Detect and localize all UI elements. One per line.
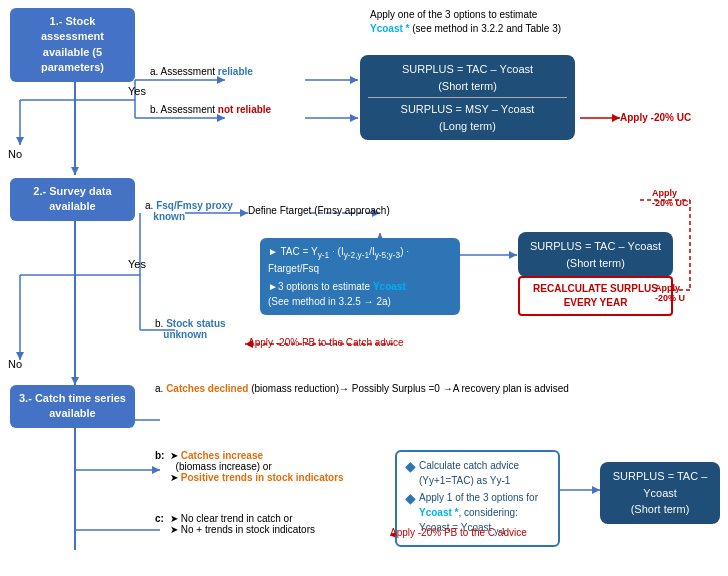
no-label-s2: No <box>8 358 22 370</box>
svg-marker-16 <box>612 114 620 122</box>
surplus-short-text-3: SURPLUS = TAC – Ycoast <box>608 468 712 501</box>
surplus-short-text-2: SURPLUS = TAC – Ycoast <box>526 238 665 255</box>
surplus-long-term: (Long term) <box>368 118 567 135</box>
apply-20u-right: Apply-20% U <box>655 283 685 303</box>
yes-label-s1: Yes <box>128 85 146 97</box>
section-2-label: 2.- Survey data available <box>33 185 111 212</box>
stock-unknown-label: b. Stock status unknown <box>155 318 226 340</box>
svg-marker-45 <box>152 466 160 474</box>
surplus-short-term: (Short term) <box>368 78 567 95</box>
diagram: 1.- Stock assessment available (5 parame… <box>0 0 728 576</box>
calc-item-1: ◆ Calculate catch advice (Yy+1=TAC) as Y… <box>405 458 550 488</box>
section-3-label: 3.- Catch time series available <box>19 392 126 419</box>
b-not-reliable-label: b. Assessment not reliable <box>150 104 271 115</box>
section-3-box: 3.- Catch time series available <box>10 385 135 428</box>
fsq-proxy-label: a. Fsq/Fmsy proxy known <box>145 200 233 222</box>
svg-marker-30 <box>509 251 517 259</box>
catches-declined-label: a. Catches declined (biomass reduction)→… <box>155 383 665 394</box>
ycoast-star: Ycoast * <box>370 23 409 34</box>
surplus-box-2: SURPLUS = TAC – Ycoast (Short term) <box>518 232 673 277</box>
apply-uc-label: Apply -20% UC <box>620 112 691 123</box>
surplus-main-box: SURPLUS = TAC – Ycoast (Short term) SURP… <box>360 55 575 140</box>
apply-pb-c-advice: Apply -20% PB to the C advice <box>390 527 527 538</box>
apply-note: Apply one of the 3 options to estimate Y… <box>370 8 570 36</box>
surplus-box-3: SURPLUS = TAC – Ycoast (Short term) <box>600 462 720 524</box>
no-label-s1: No <box>8 148 22 160</box>
surplus-short-term-2: (Short term) <box>526 255 665 272</box>
svg-marker-49 <box>592 486 600 494</box>
apply-20uc-right: Apply-20% UC <box>652 188 689 208</box>
tac-formula: ► TAC = Yy-1 · (Iy-2,y-1/Iy-5;y-3) · Fta… <box>268 244 452 276</box>
surplus-msy-text: SURPLUS = MSY – Ycoast <box>368 101 567 118</box>
c-label: c: <box>155 513 164 524</box>
apply-pb-label: Apply -20% PB to the Catch advice <box>248 337 404 348</box>
see-method: (see method in 3.2.2 and Table 3) <box>412 23 561 34</box>
surplus-short-term-3: (Short term) <box>608 501 712 518</box>
svg-marker-18 <box>71 167 79 175</box>
three-options: ►3 options to estimate Ycoast(See method… <box>268 279 452 309</box>
tac-box: ► TAC = Yy-1 · (Iy-2,y-1/Iy-5;y-3) · Fta… <box>260 238 460 315</box>
define-ftarget-label: Define Ftarget (Fmsy approach) <box>248 205 390 216</box>
section-1-label: 1.- Stock assessment available (5 parame… <box>41 15 104 73</box>
svg-marker-3 <box>16 137 24 145</box>
section-1-box: 1.- Stock assessment available (5 parame… <box>10 8 135 82</box>
recalculate-box: RECALCULATE SURPLUS EVERY YEAR <box>518 276 673 316</box>
a-reliable-label: a. Assessment reliable <box>150 66 253 77</box>
svg-marker-12 <box>217 114 225 122</box>
c-content: ➤ No clear trend in catch or ➤ No + tren… <box>170 513 315 535</box>
svg-marker-7 <box>217 76 225 84</box>
yes-label-s2: Yes <box>128 258 146 270</box>
svg-marker-9 <box>350 76 358 84</box>
svg-marker-14 <box>350 114 358 122</box>
b-label: b: <box>155 450 164 461</box>
b-content: ➤ Catches increase (biomass increase) or… <box>170 450 344 483</box>
svg-marker-39 <box>71 377 79 385</box>
svg-marker-26 <box>240 209 248 217</box>
surplus-short-text: SURPLUS = TAC – Ycoast <box>368 61 567 78</box>
section-2-box: 2.- Survey data available <box>10 178 135 221</box>
